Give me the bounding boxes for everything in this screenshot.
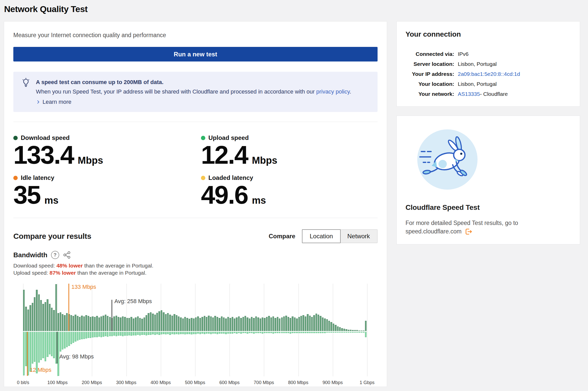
compare-option-location[interactable]: Location	[302, 229, 341, 243]
upload-bar	[260, 332, 261, 333]
upload-bar	[219, 332, 220, 334]
upload-bar	[64, 332, 65, 348]
upload-bar	[290, 332, 291, 334]
share-icon[interactable]	[63, 251, 71, 259]
download-bar	[27, 310, 29, 331]
download-bar	[294, 317, 296, 331]
connection-row-value[interactable]: 2a09:bac1:5e20:8::4cd:1d	[458, 70, 520, 78]
download-bar	[77, 316, 78, 331]
download-bar	[290, 318, 291, 331]
promo-card: Cloudflare Speed Test For more detailed …	[397, 116, 580, 244]
compare-option-network[interactable]: Network	[340, 230, 377, 243]
upload-bar	[210, 332, 212, 334]
upload-bar	[68, 332, 70, 346]
upload-bar	[150, 332, 151, 335]
learn-more-link[interactable]: Learn more	[36, 99, 72, 105]
download-bar	[53, 310, 55, 331]
privacy-policy-link[interactable]: privacy policy	[316, 88, 350, 95]
download-bar	[305, 316, 306, 331]
download-bar	[146, 315, 147, 331]
download-bar	[45, 302, 46, 331]
connection-row: Your IP address:2a09:bac1:5e20:8::4cd:1d	[405, 70, 571, 78]
download-bar	[300, 316, 302, 331]
help-icon[interactable]: ?	[51, 251, 59, 259]
upload-bar	[180, 332, 181, 334]
upload-bar	[62, 332, 63, 349]
download-bar	[113, 316, 115, 331]
download-bar	[236, 317, 237, 331]
download-bar	[152, 314, 154, 331]
download-comparison: Download speed: 48% lower than the avera…	[13, 262, 378, 269]
idle-latency-dot-icon	[13, 176, 18, 180]
download-bar	[66, 313, 68, 331]
chart-axis: 0 bit/s100 Mbps200 Mbps300 Mbps400 Mbps5…	[23, 380, 370, 387]
upload-bar	[109, 332, 111, 336]
upload-bar	[225, 332, 227, 334]
download-bar	[137, 316, 139, 331]
upload-bar	[120, 332, 121, 336]
upload-bar	[335, 332, 336, 333]
download-bar	[195, 317, 197, 331]
axis-tick-label: 1 Gbps	[360, 380, 374, 385]
upload-bar	[73, 332, 74, 343]
upload-bar	[171, 332, 173, 334]
metric-upload-speed: Upload speed 12.4 Mbps	[201, 134, 378, 168]
upload-bar	[51, 332, 53, 356]
download-bar	[189, 319, 190, 331]
upload-bar	[158, 332, 160, 335]
download-bar	[341, 328, 343, 331]
upload-bar	[253, 332, 255, 334]
upload-bar	[126, 332, 128, 336]
download-bar	[242, 317, 244, 331]
connection-row-label: Your location:	[405, 80, 454, 88]
upload-bar	[94, 332, 96, 337]
download-bar	[38, 294, 40, 331]
download-bar	[124, 317, 126, 331]
connection-row-value[interactable]: AS13335	[458, 90, 480, 98]
download-bar	[326, 319, 328, 331]
download-bar	[130, 317, 132, 331]
download-bar	[328, 321, 330, 331]
download-average-marker	[111, 300, 112, 331]
connection-row-value: IPv6	[458, 50, 469, 58]
upload-comparison: Upload speed: 87% lower than the average…	[13, 269, 378, 276]
download-average-label: Avg: 258 Mbps	[114, 298, 152, 305]
upload-bar	[305, 332, 306, 333]
divider	[13, 218, 378, 218]
download-bar	[73, 316, 74, 331]
axis-tick-label: 300 Mbps	[116, 380, 136, 385]
upload-comparison-prefix: Upload speed:	[13, 270, 49, 276]
download-bar	[264, 318, 265, 331]
upload-bar	[309, 332, 311, 333]
download-bar	[47, 299, 48, 331]
upload-bar	[302, 332, 304, 333]
download-bar	[141, 319, 143, 331]
download-bar	[234, 318, 235, 331]
speed-test-card: Measure your Internet connection quality…	[4, 21, 387, 387]
download-bar	[296, 318, 298, 331]
connection-row-value: Lisbon, Portugal	[458, 60, 497, 68]
download-bar	[92, 316, 93, 331]
download-bar	[253, 318, 255, 331]
download-bar	[103, 316, 104, 331]
download-bar	[182, 318, 184, 331]
upload-bar	[189, 332, 190, 334]
external-link-icon[interactable]	[465, 228, 472, 235]
speed-cloudflare-link[interactable]: speed.cloudflare.com	[405, 227, 462, 236]
idle-latency-value: 35	[13, 181, 40, 208]
chart-plot: 133 MbpsAvg: 258 Mbps12 MbpsAvg: 98 Mbps	[23, 284, 370, 376]
run-test-button[interactable]: Run a new test	[13, 47, 378, 61]
upload-bar	[57, 332, 59, 376]
download-bar	[158, 311, 160, 331]
connection-row: Connected via:IPv6	[405, 50, 571, 58]
upload-bar	[245, 332, 246, 333]
upload-bar	[217, 332, 218, 334]
connection-row-label: Connected via:	[405, 50, 454, 58]
upload-bar	[98, 332, 100, 337]
download-bar	[320, 316, 321, 331]
upload-bar	[277, 332, 278, 333]
download-comparison-prefix: Download speed:	[13, 263, 56, 269]
upload-bar	[300, 332, 302, 333]
download-bar	[354, 330, 356, 331]
upload-bar	[204, 332, 205, 334]
